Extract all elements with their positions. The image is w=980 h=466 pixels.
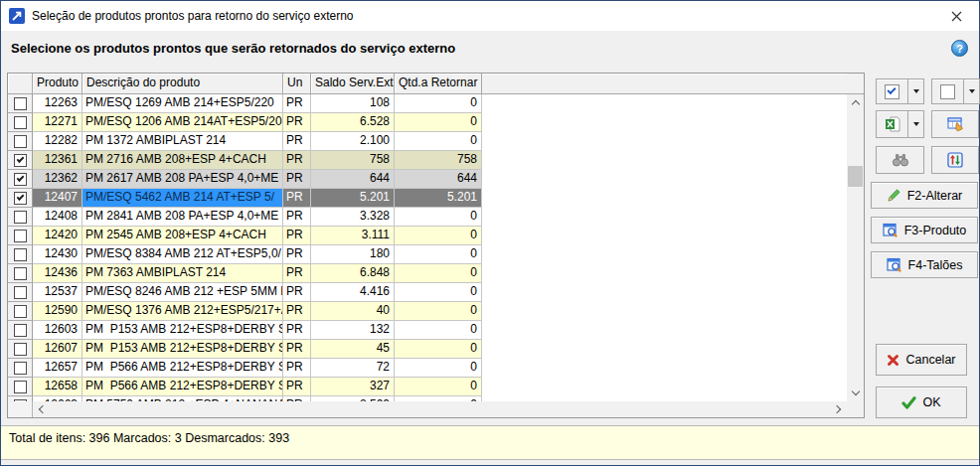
cell-qtd[interactable]: 0 (395, 245, 482, 264)
row-checkbox-cell[interactable] (8, 302, 33, 321)
cell-qtd[interactable]: 0 (395, 378, 482, 396)
checkbox-empty-icon[interactable] (14, 97, 27, 110)
cell-qtd[interactable]: 0 (395, 94, 482, 113)
cell-un[interactable]: PR (283, 189, 311, 208)
cell-saldo[interactable]: 644 (311, 170, 395, 189)
cell-qtd[interactable]: 644 (395, 170, 482, 189)
cell-qtd[interactable]: 0 (395, 227, 482, 245)
cell-un[interactable]: PR (283, 245, 311, 264)
table-row[interactable]: 12362PM 2617 AMB 208 PA+ESP 4,0+MEPR6446… (8, 170, 847, 189)
cell-saldo[interactable]: 72 (311, 359, 395, 378)
cell-un[interactable]: PR (283, 208, 311, 227)
cell-produto[interactable]: 12263 (33, 94, 82, 113)
table-row[interactable]: 12407PM/ESQ 5462 AMB 214 AT+ESP 5/PR5.20… (8, 189, 847, 208)
cell-descricao[interactable]: PM/ESQ 5462 AMB 214 AT+ESP 5/ (82, 189, 283, 208)
table-row[interactable]: 12408PM 2841 AMB 208 PA+ESP 4,0+MEPR3.32… (8, 208, 847, 227)
cell-qtd[interactable]: 0 (395, 132, 482, 151)
cell-saldo[interactable]: 108 (311, 94, 395, 113)
table-row[interactable]: 12282PM 1372 AMBIPLAST 214PR2.1000 (8, 132, 847, 151)
cell-qtd[interactable]: 0 (395, 359, 482, 378)
cell-descricao[interactable]: PM/ESQ 1269 AMB 214+ESP5/220 (82, 94, 283, 113)
cell-descricao[interactable]: PM 2716 AMB 208+ESP 4+CACH (82, 151, 283, 170)
check-all-dropdown[interactable] (907, 78, 924, 104)
checkbox-empty-icon[interactable] (14, 230, 27, 242)
scroll-left-button[interactable] (33, 401, 50, 417)
cell-un[interactable]: PR (283, 359, 311, 378)
cell-descricao[interactable]: PM/ESQ 8384 AMB 212 AT+ESP5,0/ (82, 245, 283, 264)
checkbox-checked-icon[interactable] (14, 173, 27, 186)
column-header-qtd[interactable]: Qtd.a Retornar (395, 74, 482, 94)
checkbox-empty-icon[interactable] (14, 135, 27, 148)
checkbox-checked-icon[interactable] (14, 192, 27, 205)
export-dropdown[interactable] (907, 110, 924, 138)
cell-un[interactable]: PR (283, 151, 311, 170)
cell-un[interactable]: PR (283, 132, 311, 151)
cell-produto[interactable]: 12657 (33, 359, 82, 378)
cell-saldo[interactable]: 4.416 (311, 283, 395, 302)
cell-saldo[interactable]: 3.328 (311, 208, 395, 227)
cell-produto[interactable]: 12362 (33, 170, 82, 189)
cell-descricao[interactable]: PM P566 AMB 212+ESP8+DERBY SO (82, 359, 283, 378)
table-row[interactable]: 12420PM 2545 AMB 208+ESP 4+CACHPR3.1110 (8, 227, 847, 245)
f3-produto-button[interactable]: F3-Produto (871, 217, 978, 243)
row-checkbox-cell[interactable] (8, 340, 33, 359)
cell-produto[interactable]: 12430 (33, 245, 82, 264)
cell-saldo[interactable]: 40 (311, 302, 395, 321)
cell-saldo[interactable]: 2.100 (311, 132, 395, 151)
row-checkbox-cell[interactable] (8, 227, 33, 245)
checkbox-empty-icon[interactable] (14, 362, 27, 375)
checkbox-empty-icon[interactable] (14, 116, 27, 129)
help-button[interactable]: ? (951, 40, 968, 57)
table-row[interactable]: 12657PM P566 AMB 212+ESP8+DERBY SOPR720 (8, 359, 847, 378)
cell-produto[interactable]: 12420 (33, 227, 82, 245)
cell-un[interactable]: PR (283, 378, 311, 396)
scroll-down-button[interactable] (847, 385, 864, 401)
cell-produto[interactable]: 12271 (33, 113, 82, 132)
cell-produto[interactable]: 12407 (33, 189, 82, 208)
uncheck-all-button[interactable] (931, 78, 964, 104)
cell-produto[interactable]: 12607 (33, 340, 82, 359)
uncheck-all-dropdown[interactable] (963, 78, 980, 104)
row-checkbox-cell[interactable] (8, 208, 33, 227)
order-button[interactable] (931, 146, 979, 174)
cell-qtd[interactable]: 5.201 (395, 189, 482, 208)
cell-un[interactable]: PR (283, 321, 311, 340)
ok-button[interactable]: OK (876, 387, 967, 418)
cell-produto[interactable]: 12537 (33, 283, 82, 302)
column-header-un[interactable]: Un (283, 74, 311, 94)
cell-saldo[interactable]: 3.111 (311, 227, 395, 245)
cell-produto[interactable]: 12590 (33, 302, 82, 321)
row-checkbox-cell[interactable] (8, 170, 33, 189)
row-checkbox-cell[interactable] (8, 189, 33, 208)
table-row[interactable]: 12263PM/ESQ 1269 AMB 214+ESP5/220PR1080 (8, 94, 847, 113)
cell-un[interactable]: PR (283, 113, 311, 132)
cell-descricao[interactable]: PM/ESQ 1376 AMB 212+ESP5/217+A (82, 302, 283, 321)
table-row[interactable]: 12658PM P566 AMB 212+ESP8+DERBY SOPR3270 (8, 378, 847, 396)
checkbox-empty-icon[interactable] (14, 248, 27, 261)
cell-qtd[interactable]: 0 (395, 340, 482, 359)
row-checkbox-cell[interactable] (8, 359, 33, 378)
cell-descricao[interactable]: PM P153 AMB 212+ESP8+DERBY SO (82, 321, 283, 340)
cell-qtd[interactable]: 0 (395, 264, 482, 283)
row-checkbox-cell[interactable] (8, 132, 33, 151)
vertical-scroll-thumb[interactable] (848, 166, 863, 187)
cell-produto[interactable]: 12658 (33, 378, 82, 396)
close-button[interactable] (934, 1, 979, 31)
cell-un[interactable]: PR (283, 264, 311, 283)
cell-un[interactable]: PR (283, 283, 311, 302)
vertical-scrollbar[interactable] (847, 94, 864, 401)
cell-un[interactable]: PR (283, 302, 311, 321)
cell-saldo[interactable]: 45 (311, 340, 395, 359)
scroll-right-button[interactable] (830, 401, 847, 417)
cell-saldo[interactable]: 180 (311, 245, 395, 264)
f2-alterar-button[interactable]: F2-Alterar (871, 182, 978, 209)
cell-descricao[interactable]: PM P153 AMB 212+ESP8+DERBY SO (82, 340, 283, 359)
cell-descricao[interactable]: PM P566 AMB 212+ESP8+DERBY SO (82, 378, 283, 396)
check-all-button[interactable] (876, 78, 908, 104)
cell-saldo[interactable]: 6.528 (311, 113, 395, 132)
cell-un[interactable]: PR (283, 94, 311, 113)
cell-produto[interactable]: 12361 (33, 151, 82, 170)
row-checkbox-cell[interactable] (8, 283, 33, 302)
cell-descricao[interactable]: PM 1372 AMBIPLAST 214 (82, 132, 283, 151)
checkbox-empty-icon[interactable] (14, 381, 27, 393)
